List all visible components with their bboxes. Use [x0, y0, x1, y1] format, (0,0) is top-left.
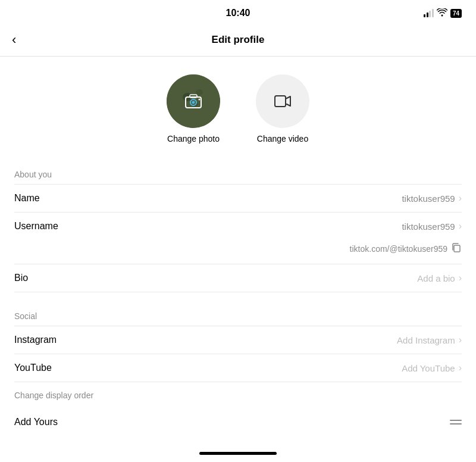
- profile-photo-circle: [167, 74, 220, 128]
- battery-icon: 74: [450, 9, 462, 18]
- add-yours-row[interactable]: Add Yours: [0, 408, 476, 436]
- svg-point-8: [199, 99, 201, 101]
- profile-photos-section: Change photo Change video: [0, 57, 476, 149]
- back-button[interactable]: ‹: [12, 30, 21, 50]
- camera-overlay: [167, 74, 220, 128]
- bio-row[interactable]: Bio Add a bio ›: [0, 264, 476, 292]
- add-yours-label: Add Yours: [14, 417, 58, 427]
- bio-right: Add a bio ›: [417, 273, 462, 283]
- change-photo-button[interactable]: Change photo: [167, 74, 220, 143]
- about-you-section: About you Name tiktokuser959 › Username …: [0, 160, 476, 292]
- svg-rect-10: [454, 245, 460, 252]
- change-photo-label: Change photo: [167, 134, 220, 143]
- bio-placeholder: Add a bio: [417, 273, 455, 283]
- status-bar: 10:40 74: [0, 0, 476, 24]
- name-right: tiktokuser959 ›: [402, 193, 462, 204]
- name-label: Name: [14, 193, 40, 204]
- username-right: tiktokuser959 ›: [402, 221, 462, 232]
- youtube-label: YouTube: [14, 363, 52, 373]
- wifi-icon: [437, 8, 447, 18]
- url-row: tiktok.com/@tiktokuser959: [0, 240, 476, 264]
- username-chevron: ›: [459, 221, 462, 232]
- svg-point-6: [192, 101, 195, 104]
- hamburger-line-1: [450, 420, 462, 421]
- video-circle: [256, 74, 309, 128]
- status-time: 10:40: [164, 8, 313, 18]
- social-section: Social Instagram Add Instagram › YouTube…: [0, 302, 476, 382]
- bio-chevron: ›: [459, 273, 462, 283]
- name-row[interactable]: Name tiktokuser959 ›: [0, 185, 476, 212]
- change-display-order[interactable]: Change display order: [0, 382, 476, 408]
- instagram-placeholder: Add Instagram: [397, 335, 455, 345]
- copy-icon[interactable]: [451, 242, 462, 255]
- youtube-placeholder: Add YouTube: [402, 363, 455, 373]
- youtube-right: Add YouTube ›: [402, 363, 462, 373]
- signal-icon: [424, 9, 434, 17]
- change-video-label: Change video: [257, 134, 308, 143]
- about-you-label: About you: [0, 160, 476, 184]
- username-row[interactable]: Username tiktokuser959 ›: [0, 213, 476, 240]
- instagram-right: Add Instagram ›: [397, 335, 462, 345]
- page-title: Edit profile: [212, 34, 265, 46]
- hamburger-line-2: [450, 423, 462, 424]
- youtube-row[interactable]: YouTube Add YouTube ›: [0, 354, 476, 382]
- instagram-row[interactable]: Instagram Add Instagram ›: [0, 326, 476, 354]
- home-indicator: [199, 452, 277, 455]
- name-chevron: ›: [459, 193, 462, 204]
- bio-label: Bio: [14, 273, 28, 283]
- hamburger-icon[interactable]: [450, 420, 462, 424]
- svg-rect-9: [275, 96, 286, 107]
- social-label: Social: [0, 302, 476, 326]
- instagram-label: Instagram: [14, 335, 57, 345]
- youtube-chevron: ›: [459, 363, 462, 373]
- instagram-chevron: ›: [459, 335, 462, 345]
- username-value: tiktokuser959: [402, 221, 455, 232]
- username-label: Username: [14, 221, 58, 232]
- url-text: tiktok.com/@tiktokuser959: [350, 244, 447, 254]
- header: ‹ Edit profile: [0, 24, 476, 57]
- change-video-button[interactable]: Change video: [256, 74, 309, 143]
- svg-rect-7: [190, 95, 197, 98]
- name-value: tiktokuser959: [402, 193, 455, 204]
